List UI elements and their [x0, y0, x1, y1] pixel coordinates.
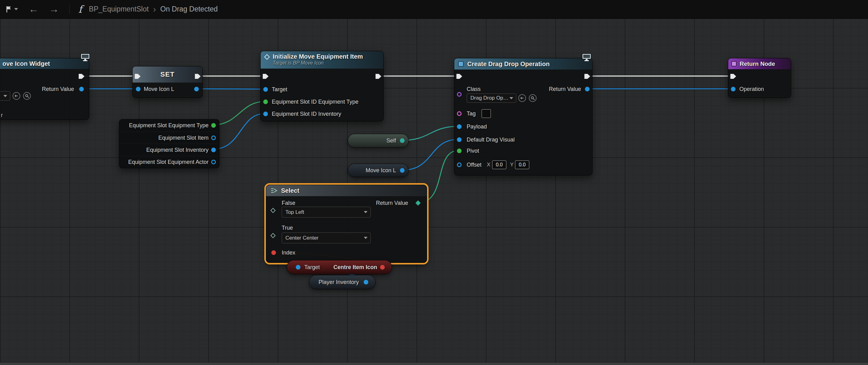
class-dropdown-value: Drag Drop Oper... — [470, 95, 509, 101]
offset-label: Offset — [467, 162, 482, 168]
bookmark-flag-glyph — [5, 5, 13, 13]
offset-pin[interactable] — [457, 163, 462, 167]
window-bottom-edge — [0, 362, 868, 365]
exec-out-pin[interactable] — [376, 74, 381, 80]
node-set-move-icon[interactable]: SET Move Icon L — [132, 66, 203, 98]
inventory-pin[interactable] — [264, 112, 268, 116]
graph-toolbar: ← → f BP_EquipmentSlot › On Drag Detecte… — [0, 0, 868, 19]
target-pin[interactable] — [296, 265, 301, 270]
return-value-label: Return Value — [376, 200, 408, 206]
exec-in-pin[interactable] — [731, 74, 736, 80]
node-header[interactable]: Select — [266, 185, 427, 196]
return-value-pin[interactable] — [79, 87, 84, 91]
node-header[interactable]: ove Icon Widget — [0, 58, 89, 69]
self-out-pin[interactable] — [400, 138, 405, 143]
true-pin[interactable] — [271, 233, 276, 238]
getter-label: Equipment Slot Equipment Actor — [128, 159, 209, 165]
value-pin-label: Move Icon L — [144, 86, 174, 92]
return-value-label: Return Value — [42, 86, 74, 92]
offset-x-value: 0.0 — [496, 162, 503, 168]
node-create-drag-drop-operation[interactable]: Create Drag Drop Operation Return Value … — [454, 58, 592, 175]
node-title: SET — [160, 71, 175, 79]
node-initialize-move-equipment-item[interactable]: Initialize Move Equipment Item Target is… — [260, 51, 384, 121]
tag-pin[interactable] — [457, 111, 462, 116]
class-pin[interactable] — [457, 92, 462, 97]
target-pin[interactable] — [264, 87, 268, 92]
player-inventory-label: Player Inventory — [318, 279, 359, 285]
tag-label: Tag — [467, 111, 476, 117]
bookmark-chevron-down-icon[interactable] — [14, 8, 18, 10]
class-label: Class — [467, 86, 480, 92]
index-pin[interactable] — [272, 250, 276, 255]
true-dropdown[interactable]: Center Center — [282, 232, 371, 243]
node-create-move-icon-widget[interactable]: ove Icon Widget Return Value r — [0, 58, 89, 120]
node-header[interactable]: Return Node — [728, 58, 791, 69]
return-value-pin[interactable] — [415, 200, 421, 206]
return-icon — [731, 61, 737, 66]
chevron-down-icon — [364, 237, 368, 239]
exec-out-pin[interactable] — [79, 74, 85, 80]
breadcrumb-separator-icon: › — [153, 4, 156, 14]
use-selected-asset-icon[interactable] — [13, 92, 21, 100]
return-value-pin[interactable] — [585, 87, 590, 91]
class-dropdown[interactable] — [0, 91, 10, 101]
node-header[interactable]: SET — [133, 66, 203, 83]
move-icon-out-pin[interactable] — [400, 168, 405, 173]
tag-input[interactable] — [482, 109, 491, 118]
exec-out-pin[interactable] — [585, 74, 590, 80]
true-dropdown-value: Center Center — [285, 235, 318, 241]
false-pin[interactable] — [271, 208, 276, 213]
value-in-pin[interactable] — [136, 87, 141, 91]
payload-pin[interactable] — [457, 124, 462, 129]
target-label: Target — [304, 264, 320, 271]
false-dropdown-value: Top Left — [285, 209, 304, 216]
value-out-pin[interactable] — [194, 87, 199, 91]
node-subtitle: Target is BP Move Icon — [273, 60, 363, 66]
select-icon — [271, 188, 278, 194]
offset-x-input[interactable]: 0.0 — [492, 161, 506, 169]
slot-item-out-pin[interactable] — [211, 136, 216, 140]
operation-pin[interactable] — [731, 87, 736, 91]
navigate-forward-button[interactable]: → — [49, 3, 59, 15]
inventory-out-pin[interactable] — [211, 148, 216, 152]
equipment-actor-out-pin[interactable] — [211, 160, 216, 165]
node-header[interactable]: Initialize Move Equipment Item Target is… — [260, 51, 383, 68]
default-drag-visual-pin[interactable] — [457, 138, 462, 142]
node-player-inventory-getter[interactable]: Player Inventory — [309, 275, 376, 289]
bookmark-icon[interactable] — [5, 5, 13, 13]
navigate-back-button[interactable]: ← — [29, 3, 38, 15]
node-header[interactable]: Create Drag Drop Operation — [454, 58, 592, 69]
getter-row-inventory[interactable]: Equipment Slot Inventory — [119, 144, 219, 156]
getter-label: Equipment Slot Inventory — [146, 147, 209, 153]
widget-monitor-icon — [581, 53, 592, 63]
node-equipment-getters[interactable]: Equipment Slot Equipment Type Equipment … — [119, 119, 219, 168]
widget-monitor-icon — [80, 53, 91, 63]
node-select[interactable]: Select False Top Left True Center Center… — [266, 185, 427, 263]
browse-asset-icon[interactable] — [529, 94, 537, 102]
move-icon-label: Move Icon L — [366, 167, 396, 174]
getter-row-equipment-actor[interactable]: Equipment Slot Equipment Actor — [119, 156, 219, 168]
node-move-icon-getter[interactable]: Move Icon L — [348, 164, 409, 177]
pivot-pin[interactable] — [457, 149, 462, 153]
equipment-type-pin-label: Equipment Slot ID Equipment Type — [272, 99, 359, 105]
offset-y-input[interactable]: 0.0 — [515, 161, 529, 169]
index-label: Index — [282, 250, 295, 256]
use-selected-asset-icon[interactable] — [519, 94, 526, 102]
player-inventory-out-pin[interactable] — [364, 280, 368, 285]
false-dropdown[interactable]: Top Left — [282, 207, 371, 218]
node-self-getter[interactable]: Self — [348, 134, 409, 147]
getter-row-equipment-type[interactable]: Equipment Slot Equipment Type — [119, 119, 219, 132]
pivot-label: Pivot — [467, 148, 479, 154]
browse-asset-icon[interactable] — [23, 92, 31, 100]
chevron-down-icon — [364, 211, 368, 213]
getter-row-slot-item[interactable]: Equipment Slot Item — [119, 132, 219, 144]
node-return[interactable]: Return Node Operation — [728, 58, 791, 98]
node-centre-item-icon[interactable]: Target Centre Item Icon — [287, 260, 392, 274]
exec-in-pin[interactable] — [263, 74, 269, 80]
equipment-type-out-pin[interactable] — [211, 123, 216, 128]
equipment-type-pin[interactable] — [264, 100, 268, 104]
breadcrumb-root[interactable]: BP_EquipmentSlot — [89, 5, 149, 13]
bool-out-pin[interactable] — [380, 265, 385, 270]
class-dropdown[interactable]: Drag Drop Oper... — [467, 93, 516, 103]
exec-in-pin[interactable] — [457, 74, 462, 80]
